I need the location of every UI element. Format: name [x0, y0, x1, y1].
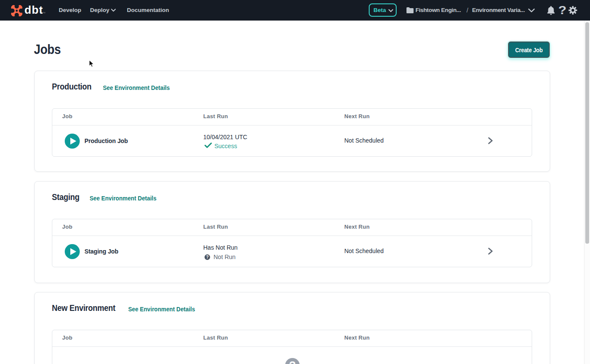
svg-text:?: ?	[206, 255, 208, 260]
svg-text:?: ?	[289, 359, 296, 364]
